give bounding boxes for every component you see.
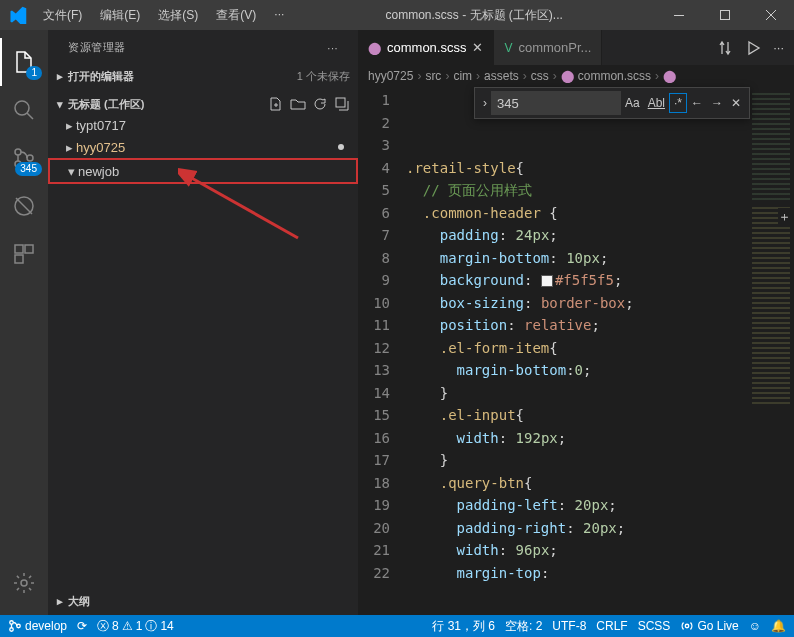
svg-rect-1 [721,11,730,20]
chevron-right-icon: ▸ [52,595,68,608]
activity-debug[interactable] [0,182,48,230]
editor-tabs: ⬤ common.scss ✕ V commonPr... ··· [358,30,794,65]
svg-point-16 [686,624,690,628]
menu-more[interactable]: ··· [266,3,292,28]
status-lang[interactable]: SCSS [638,619,671,633]
svg-point-5 [27,155,33,161]
activity-extensions[interactable] [0,230,48,278]
editor-area: ⬤ common.scss ✕ V commonPr... ··· hyy072… [358,30,794,615]
next-match-icon[interactable]: → [707,94,727,112]
status-feedback-icon[interactable]: ☺ [749,619,761,633]
chevron-down-icon: ▾ [52,98,68,111]
outline-header[interactable]: ▸ 大纲 [48,592,358,611]
menu-bar: 文件(F) 编辑(E) 选择(S) 查看(V) ··· [35,3,292,28]
tab-common-scss[interactable]: ⬤ common.scss ✕ [358,30,494,65]
tree-folder-hyy0725[interactable]: ▸ hyy0725 [48,136,358,158]
new-file-icon[interactable] [268,96,284,112]
open-editors-header[interactable]: ▸ 打开的编辑器 1 个未保存 [48,67,358,86]
chevron-right-icon: ▸ [52,70,68,83]
modified-dot-icon [338,144,344,150]
status-sync[interactable]: ⟳ [77,619,87,633]
status-golive[interactable]: Go Live [680,619,738,633]
vue-file-icon: V [504,41,512,55]
more-icon[interactable]: ··· [773,40,784,55]
activity-settings[interactable] [0,559,48,607]
svg-rect-9 [15,255,23,263]
status-eol[interactable]: CRLF [596,619,627,633]
minimap[interactable] [748,87,794,615]
breadcrumbs[interactable]: hyy0725› src› cim› assets› css› ⬤ common… [358,65,794,87]
chevron-right-icon: ▸ [62,118,76,133]
window-controls [656,0,794,30]
svg-rect-7 [15,245,23,253]
activity-explorer[interactable]: 1 [0,38,48,86]
activity-scm[interactable]: 345 [0,134,48,182]
scss-file-icon: ⬤ [561,69,574,83]
status-bar: develop ⟳ ⓧ8 ⚠1 ⓘ14 行 31，列 6 空格: 2 UTF-8… [0,615,794,637]
svg-rect-8 [25,245,33,253]
svg-point-13 [10,621,14,625]
file-tree: ▸ typt0717 ▸ hyy0725 ▾ newjob [48,114,358,184]
new-folder-icon[interactable] [290,96,306,112]
workspace-header[interactable]: ▾ 无标题 (工作区) [48,94,358,114]
menu-view[interactable]: 查看(V) [208,3,264,28]
tree-folder-typt0717[interactable]: ▸ typt0717 [48,114,358,136]
svg-rect-11 [336,98,345,107]
svg-point-10 [21,580,27,586]
svg-point-14 [10,628,14,632]
chevron-down-icon: ▾ [64,164,78,179]
close-icon[interactable]: ✕ [472,40,483,55]
scss-file-icon: ⬤ [368,41,381,55]
titlebar: 文件(F) 编辑(E) 选择(S) 查看(V) ··· common.scss … [0,0,794,30]
selector-icon: ⬤ [663,69,676,83]
close-icon[interactable]: ✕ [727,94,745,112]
sidebar-title: 资源管理器 ··· [48,30,358,63]
info-icon: ⓘ [145,618,157,635]
menu-edit[interactable]: 编辑(E) [92,3,148,28]
svg-point-3 [15,149,21,155]
addon-icon[interactable]: ＋ [778,208,794,224]
whole-word-toggle[interactable]: Abl [644,94,669,112]
find-widget[interactable]: › Aa Abl ·* ← → ✕ [474,87,750,119]
status-indent[interactable]: 空格: 2 [505,618,542,635]
sidebar-more-icon[interactable]: ··· [327,42,338,54]
minimize-button[interactable] [656,0,702,30]
close-button[interactable] [748,0,794,30]
menu-selection[interactable]: 选择(S) [150,3,206,28]
prev-match-icon[interactable]: ← [687,94,707,112]
explorer-badge: 1 [26,66,42,80]
code-editor[interactable]: .retail-style{ // 页面公用样式 .common-header … [406,87,748,615]
tab-commonpr[interactable]: V commonPr... [494,30,602,65]
chevron-right-icon[interactable]: › [479,94,491,112]
line-gutter: 12345678910111213141516171819202122 [358,87,406,615]
status-problems[interactable]: ⓧ8 ⚠1 ⓘ14 [97,618,174,635]
regex-toggle[interactable]: ·* [669,93,687,113]
find-input[interactable] [491,91,621,115]
error-icon: ⓧ [97,618,109,635]
chevron-right-icon: ▸ [62,140,76,155]
refresh-icon[interactable] [312,96,328,112]
compare-icon[interactable] [717,40,733,56]
match-case-toggle[interactable]: Aa [621,94,644,112]
run-icon[interactable] [745,40,761,56]
status-bell-icon[interactable]: 🔔 [771,619,786,633]
menu-file[interactable]: 文件(F) [35,3,90,28]
status-branch[interactable]: develop [8,619,67,633]
svg-point-2 [15,101,29,115]
maximize-button[interactable] [702,0,748,30]
activity-search[interactable] [0,86,48,134]
status-encoding[interactable]: UTF-8 [552,619,586,633]
window-title: common.scss - 无标题 (工作区)... [292,7,656,24]
vscode-logo-icon [0,6,35,24]
status-cursor[interactable]: 行 31，列 6 [432,618,495,635]
warning-icon: ⚠ [122,619,133,633]
activity-bar: 1 345 [0,30,48,615]
collapse-all-icon[interactable] [334,96,350,112]
scm-badge: 345 [15,162,42,176]
tree-folder-newjob[interactable]: ▾ newjob [48,158,358,184]
svg-rect-0 [674,15,684,16]
explorer-sidebar: 资源管理器 ··· ▸ 打开的编辑器 1 个未保存 ▾ 无标题 (工作区) [48,30,358,615]
